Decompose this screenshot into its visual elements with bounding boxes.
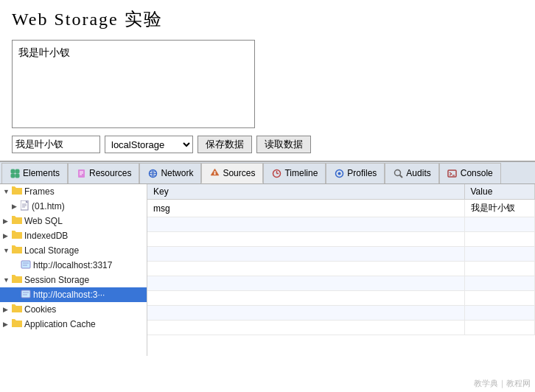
tree-item-websql[interactable]: ▶ Web SQL bbox=[0, 214, 147, 228]
tab-console-label: Console bbox=[461, 168, 493, 178]
table-row-empty-5 bbox=[147, 276, 535, 291]
tab-sources[interactable]: Sources bbox=[201, 163, 263, 183]
tree-item-frames[interactable]: ▼ Frames bbox=[0, 184, 147, 199]
websql-arrow: ▶ bbox=[3, 217, 12, 225]
cookies-label: Cookies bbox=[24, 304, 56, 315]
svg-point-18 bbox=[338, 172, 340, 175]
tree-item-sessionstorage[interactable]: ▼ Session Storage bbox=[0, 273, 147, 287]
devtools-panel: Elements Resources Network Sources Timel… bbox=[0, 161, 535, 356]
tab-profiles-label: Profiles bbox=[347, 168, 377, 178]
tab-elements-label: Elements bbox=[23, 168, 60, 178]
console-icon bbox=[447, 168, 458, 178]
sessionstorage-icon bbox=[12, 275, 22, 286]
audits-icon bbox=[393, 168, 403, 178]
tab-timeline[interactable]: Timeline bbox=[263, 163, 326, 183]
top-area: Web Storage 实验 我是叶小钗 localStorage sessio… bbox=[0, 0, 535, 161]
01htm-page-icon bbox=[21, 200, 29, 213]
frames-folder-icon bbox=[12, 186, 22, 197]
cell-key: msg bbox=[147, 200, 464, 217]
data-input[interactable] bbox=[12, 136, 100, 153]
svg-rect-3 bbox=[15, 174, 19, 178]
frames-arrow: ▼ bbox=[3, 188, 12, 195]
indexeddb-icon bbox=[12, 231, 22, 242]
tab-timeline-label: Timeline bbox=[284, 168, 318, 178]
watermark: 教学典｜教程网 bbox=[474, 378, 531, 389]
table-row-empty-8 bbox=[147, 321, 535, 335]
resources-tree: ▼ Frames ▶ (01.htm) ▶ Web SQL bbox=[0, 184, 147, 356]
tab-sources-label: Sources bbox=[223, 168, 255, 178]
page-title: Web Storage 实验 bbox=[12, 7, 523, 31]
tree-item-sessionstorage-host[interactable]: ▶ http://localhost:3··· bbox=[0, 287, 147, 302]
ls-host-icon bbox=[21, 260, 31, 271]
devtools-tab-bar: Elements Resources Network Sources Timel… bbox=[0, 162, 535, 184]
tree-item-localstorage-host[interactable]: ▶ http://localhost:3317 bbox=[0, 258, 147, 273]
table-row-empty-4 bbox=[147, 262, 535, 276]
svg-rect-1 bbox=[15, 169, 19, 173]
localstorage-label: Local Storage bbox=[24, 245, 79, 256]
elements-icon bbox=[10, 168, 20, 178]
svg-rect-32 bbox=[21, 290, 30, 298]
svg-line-23 bbox=[450, 174, 452, 175]
ls-host-label: http://localhost:3317 bbox=[33, 260, 112, 270]
frames-label: Frames bbox=[24, 186, 55, 197]
sessionstorage-label: Session Storage bbox=[24, 275, 89, 285]
sources-icon bbox=[209, 168, 220, 178]
svg-rect-13 bbox=[214, 172, 215, 173]
ss-host-icon bbox=[21, 290, 31, 301]
appcache-arrow: ▶ bbox=[3, 321, 12, 328]
cell-value: 我是叶小钗 bbox=[464, 200, 535, 217]
table-row-empty-2 bbox=[147, 232, 535, 247]
01htm-label: (01.htm) bbox=[32, 201, 65, 211]
tree-item-cookies[interactable]: ▶ Cookies bbox=[0, 302, 147, 317]
profiles-icon bbox=[334, 168, 344, 178]
col-value: Value bbox=[464, 184, 535, 200]
tab-resources[interactable]: Resources bbox=[68, 163, 139, 183]
svg-rect-21 bbox=[448, 170, 456, 177]
save-button[interactable]: 保存数据 bbox=[197, 136, 252, 153]
localstorage-arrow: ▼ bbox=[3, 247, 12, 254]
cookies-icon bbox=[12, 304, 22, 315]
websql-icon bbox=[12, 216, 22, 227]
sessionstorage-arrow: ▼ bbox=[3, 276, 12, 284]
tab-audits[interactable]: Audits bbox=[385, 163, 438, 183]
tree-item-appcache[interactable]: ▶ Application Cache bbox=[0, 317, 147, 332]
tab-elements[interactable]: Elements bbox=[1, 163, 68, 183]
tree-item-01htm[interactable]: ▶ (01.htm) bbox=[0, 199, 147, 214]
resources-icon bbox=[76, 168, 86, 178]
tab-network[interactable]: Network bbox=[139, 163, 201, 183]
storage-type-select[interactable]: localStorage sessionStorage bbox=[105, 136, 193, 153]
svg-line-20 bbox=[399, 175, 402, 178]
tree-item-localstorage[interactable]: ▼ Local Storage bbox=[0, 243, 147, 258]
storage-data-table: Key Value msg 我是叶小钗 bbox=[147, 184, 535, 335]
tab-profiles[interactable]: Profiles bbox=[326, 163, 385, 183]
table-row-empty-7 bbox=[147, 306, 535, 321]
devtools-body: ▼ Frames ▶ (01.htm) ▶ Web SQL bbox=[0, 184, 535, 356]
read-button[interactable]: 读取数据 bbox=[256, 136, 311, 153]
tree-item-indexeddb[interactable]: ▶ IndexedDB bbox=[0, 228, 147, 243]
01htm-arrow: ▶ bbox=[12, 203, 21, 210]
tab-console[interactable]: Console bbox=[439, 163, 501, 183]
col-key: Key bbox=[147, 184, 464, 200]
tab-resources-label: Resources bbox=[89, 168, 131, 178]
appcache-icon bbox=[12, 319, 22, 330]
table-row-empty-6 bbox=[147, 291, 535, 306]
network-icon bbox=[147, 168, 158, 178]
controls-row: localStorage sessionStorage 保存数据 读取数据 bbox=[12, 136, 523, 153]
localstorage-icon bbox=[12, 245, 22, 256]
svg-rect-0 bbox=[11, 169, 15, 173]
svg-point-19 bbox=[394, 169, 400, 175]
table-row-empty-3 bbox=[147, 247, 535, 262]
ss-host-label: http://localhost:3··· bbox=[33, 290, 105, 300]
cookies-arrow: ▶ bbox=[3, 306, 12, 313]
tab-network-label: Network bbox=[161, 168, 193, 178]
storage-table-area: Key Value msg 我是叶小钗 bbox=[147, 184, 535, 356]
content-textarea[interactable]: 我是叶小钗 bbox=[12, 40, 255, 128]
appcache-label: Application Cache bbox=[24, 319, 96, 329]
table-row[interactable]: msg 我是叶小钗 bbox=[147, 200, 535, 217]
svg-rect-2 bbox=[11, 174, 15, 178]
indexeddb-label: IndexedDB bbox=[24, 231, 68, 241]
table-row-empty-1 bbox=[147, 217, 535, 232]
indexeddb-arrow: ▶ bbox=[3, 232, 12, 239]
websql-label: Web SQL bbox=[24, 216, 63, 226]
timeline-icon bbox=[271, 168, 282, 178]
